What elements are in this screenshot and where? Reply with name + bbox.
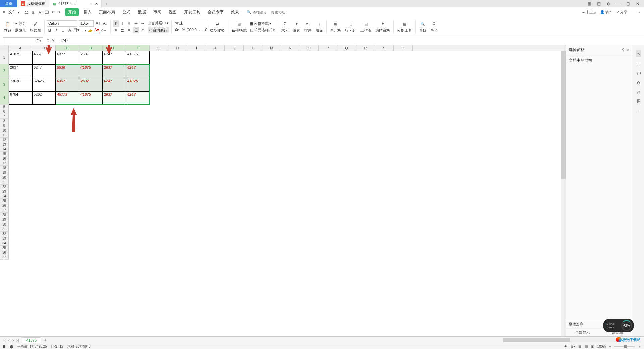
file-menu[interactable]: 文件 ▾ [6, 9, 22, 16]
close-window-icon[interactable]: ✕ [635, 1, 641, 6]
strikethrough-button[interactable]: A̶ [67, 27, 73, 33]
user-avatar-icon[interactable]: ◐ [605, 1, 611, 6]
col-G[interactable]: G [150, 45, 168, 51]
cell-D3[interactable]: 2637 [79, 78, 103, 91]
justify-icon[interactable]: ☰ [133, 27, 139, 33]
backup-tool-icon[interactable]: 🗄 [637, 99, 641, 104]
col-P[interactable]: P [319, 45, 337, 51]
wrap-button[interactable]: ↵自动换行 [148, 27, 169, 33]
command-search[interactable]: 🔍 [247, 10, 293, 14]
type-convert-button[interactable]: ⇄类型转换 [209, 20, 226, 34]
cell-A4[interactable]: 6784 [9, 91, 32, 105]
tabletool-button[interactable]: ▦表格工具 [396, 20, 413, 34]
col-I[interactable]: I [187, 45, 206, 51]
cell-A1[interactable]: 41875 [9, 51, 32, 64]
currency-icon[interactable]: ¥▾ [174, 27, 180, 33]
col-H[interactable]: H [168, 45, 187, 51]
view-page-icon[interactable]: ▤ [585, 345, 588, 348]
copy-button[interactable]: 🗐复制 [14, 27, 27, 33]
col-C[interactable]: C [56, 45, 79, 51]
cell-B2[interactable]: 6247 [32, 64, 56, 78]
col-A[interactable]: A [9, 45, 32, 51]
zoom-in-icon[interactable]: ＋ [638, 344, 641, 349]
align-middle-icon[interactable]: ↕ [119, 20, 125, 27]
pin-icon[interactable]: ⚲ [622, 48, 625, 52]
maximize-icon[interactable]: ▢ [625, 1, 631, 6]
network-speed-widget[interactable]: ↑0.8K/s ↓0.9K/s 63% [603, 319, 634, 332]
home-tab[interactable]: 首页 [0, 0, 17, 7]
filter-button[interactable]: ▼筛选 [291, 20, 302, 34]
tab-dev[interactable]: 开发工具 [181, 8, 203, 16]
cell-F3[interactable]: 41875 [126, 78, 150, 91]
more-tool-icon[interactable]: ⋯ [637, 109, 641, 113]
col-T[interactable]: T [394, 45, 413, 51]
highlight-button[interactable]: ◢▾ [87, 27, 93, 33]
cell-F4[interactable]: 6247 [126, 91, 150, 105]
align-center-icon[interactable]: ≣ [119, 27, 125, 33]
col-S[interactable]: S [375, 45, 394, 51]
tab-review[interactable]: 审阅 [151, 8, 164, 16]
cloud-status[interactable]: ☁未上云 [581, 10, 597, 15]
location-tool-icon[interactable]: ◎ [637, 90, 640, 95]
cell-D4[interactable]: 41875 [79, 91, 103, 105]
view-break-icon[interactable]: ▣ [591, 345, 594, 348]
col-F[interactable]: F [126, 45, 150, 51]
font-name-select[interactable] [47, 20, 77, 27]
align-top-icon[interactable]: ⬆ [113, 20, 119, 27]
formula-input[interactable]: 6247 [58, 38, 644, 43]
print-icon[interactable]: 🖨 [38, 10, 42, 15]
cell-fill-button[interactable]: ▭▾ [80, 27, 86, 33]
search-input[interactable] [253, 10, 293, 14]
cell-F1[interactable]: 41875 [126, 51, 150, 64]
namebox-dropdown-icon[interactable]: ▼ [39, 39, 42, 42]
cancel-formula-icon[interactable]: ⊙ [46, 38, 50, 43]
settings-tool-icon[interactable]: ⚙ [637, 81, 640, 85]
tab-layout[interactable]: 页面布局 [96, 8, 118, 16]
symbol-button[interactable]: Ω符号 [429, 20, 439, 34]
increase-font-icon[interactable]: A↑ [95, 20, 101, 27]
zoom-out-icon[interactable]: − [609, 345, 611, 348]
cell-E4[interactable]: 2637 [103, 91, 126, 105]
collapse-ribbon-icon[interactable]: ︿ [638, 10, 641, 15]
cells-button[interactable]: ⊞单元格 [329, 20, 342, 34]
border-button[interactable]: 田▾ [73, 27, 79, 33]
number-format-select[interactable] [174, 21, 207, 26]
cursor-tool-icon[interactable]: ↖ [636, 50, 641, 57]
find-button[interactable]: 🔍查找 [418, 20, 428, 34]
name-box[interactable]: F4 ▼ [3, 37, 43, 44]
rowcol-button[interactable]: ⊟行和列 [344, 20, 358, 34]
layout-icon[interactable]: ▦ [586, 1, 592, 6]
format-painter-button[interactable]: 🖌格式刷 [29, 20, 42, 34]
clear-format-button[interactable]: ◇▾ [100, 27, 106, 33]
new-tab-button[interactable]: ＋ [102, 1, 111, 7]
sort-button[interactable]: A↓排序 [303, 20, 313, 34]
hamburger-icon[interactable]: ≡ [3, 10, 6, 15]
last-sheet-icon[interactable]: >| [16, 338, 19, 342]
font-color-button[interactable]: A▾ [94, 27, 100, 33]
cell-C3[interactable]: 6357 [56, 78, 79, 91]
rowhdr-1[interactable]: 1 [0, 51, 9, 64]
tab-data[interactable]: 数据 [135, 8, 149, 16]
select-tool-icon[interactable]: ⬚ [637, 62, 640, 66]
align-right-icon[interactable]: ≡ [126, 27, 132, 33]
comma-icon[interactable]: 000 [187, 27, 193, 33]
more-icon[interactable]: ⋮ [631, 10, 634, 14]
select-all-corner[interactable] [0, 45, 9, 51]
cell-B3[interactable]: 62426 [32, 78, 56, 91]
dec-decimal-icon[interactable]: ←.0 [201, 27, 207, 33]
decrease-indent-icon[interactable]: ⇤ [133, 20, 139, 27]
cut-button[interactable]: ✂剪切 [14, 21, 27, 27]
add-sheet-button[interactable]: ＋ [41, 338, 50, 343]
vscroll-thumb[interactable] [561, 51, 566, 179]
show-all-button[interactable]: 全部显示 [566, 328, 599, 336]
col-K[interactable]: K [225, 45, 244, 51]
zoom-slider[interactable] [614, 346, 635, 347]
tab-formula[interactable]: 公式 [120, 8, 133, 16]
cell-D2[interactable]: 41875 [79, 64, 103, 78]
sum-button[interactable]: Σ求和 [280, 20, 290, 34]
percent-icon[interactable]: % [180, 27, 186, 33]
vertical-scrollbar[interactable] [561, 51, 566, 336]
orientation-icon[interactable]: ⟲ [140, 27, 146, 33]
cell-C2[interactable]: 5536 [56, 64, 79, 78]
spreadsheet-grid[interactable]: A B C D E F G H I J K L M N O P Q R S T … [0, 45, 566, 336]
